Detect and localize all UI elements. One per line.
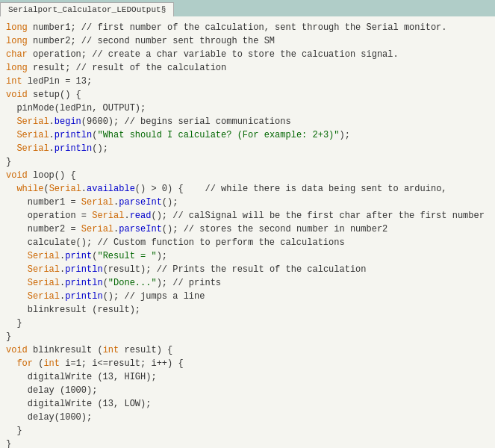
code-token: number1; // first number of the calculat… (28, 22, 447, 33)
code-token: print (65, 251, 92, 261)
code-line: } (6, 424, 489, 438)
code-token: Serial (6, 143, 49, 154)
code-token: ( (103, 278, 108, 288)
code-token: (); (92, 143, 108, 154)
code-line: int ledPin = 13; (6, 75, 489, 88)
code-token: (9600); // begins serial communications (81, 116, 291, 127)
code-line: void blinkresult (int result) { (6, 343, 489, 357)
code-token: loop() { (28, 170, 76, 181)
code-token: digitalWrite (13, HIGH); (6, 372, 157, 382)
tab-label: Serialport_Calculator_LEDOutput§ (8, 5, 166, 14)
code-token: delay (1000); (6, 385, 97, 396)
code-token: parseInt (119, 224, 162, 234)
code-token: } (6, 439, 11, 448)
code-token: ); // prints (157, 278, 221, 288)
code-token: pinMode(ledPin, OUTPUT); (6, 103, 146, 113)
code-line: operation = Serial.read(); // calSignal … (6, 209, 489, 223)
code-line: Serial.println("Done..."); // prints (6, 276, 489, 290)
code-token: (); // calSignal will be the first char … (151, 211, 484, 221)
code-token: println (65, 278, 102, 288)
code-token: ledPin = 13; (22, 76, 93, 87)
code-token: Serial (6, 291, 60, 302)
code-token: . (49, 116, 55, 127)
code-line: digitalWrite (13, HIGH); (6, 370, 489, 384)
code-token (6, 358, 16, 369)
code-line: long number2; // second number sent thro… (6, 34, 489, 48)
code-token: calculate(); // Custom function to perfo… (6, 237, 345, 248)
code-token: long (6, 36, 28, 46)
active-tab[interactable]: Serialport_Calculator_LEDOutput§ (0, 2, 174, 16)
code-token: read (130, 211, 152, 221)
code-line: } (6, 317, 489, 330)
code-line: Serial.println(); // jumps a line (6, 290, 489, 303)
code-token: operation = (6, 211, 92, 221)
code-line: char operation; // create a char variabl… (6, 48, 489, 61)
code-token: number2; // second number sent through t… (28, 36, 275, 46)
code-line: number2 = Serial.parseInt(); // stores t… (6, 223, 489, 236)
code-token: (); (162, 197, 178, 208)
code-token: int (103, 345, 119, 355)
code-token: "Result = " (97, 251, 156, 261)
code-token: operation; // create a char variable to … (28, 49, 399, 60)
code-token: parseInt (119, 197, 162, 208)
code-token: void (6, 345, 28, 355)
code-token: Serial (92, 211, 124, 221)
code-token: () > 0) { // while there is data being s… (135, 184, 447, 194)
code-token (6, 184, 16, 194)
code-token: println (55, 143, 92, 154)
code-token: "Done..." (108, 278, 157, 288)
code-token: (result); // Prints the result of the ca… (103, 264, 367, 275)
code-token: ( (33, 358, 43, 369)
code-area: long number1; // first number of the cal… (0, 16, 495, 448)
code-token: Serial (81, 197, 113, 208)
code-token: } (6, 332, 11, 342)
code-token: char (6, 49, 28, 60)
code-token: Serial (6, 264, 60, 275)
code-line: Serial.println(); (6, 142, 489, 155)
code-token: digitalWrite (13, LOW); (6, 399, 151, 409)
code-token: Serial (81, 224, 113, 234)
code-token: delay(1000); (6, 412, 92, 423)
code-token: available (87, 184, 135, 194)
code-line: long result; // result of the calculatio… (6, 61, 489, 75)
code-token: void (6, 170, 28, 181)
code-token: blinkresult ( (28, 345, 103, 355)
code-token: long (6, 63, 28, 73)
code-token: Serial (6, 116, 49, 127)
code-token: result) { (119, 345, 172, 355)
code-token: println (65, 291, 102, 302)
code-line: delay (1000); (6, 384, 489, 397)
code-token: println (55, 130, 92, 140)
code-token: void (6, 90, 28, 100)
code-line: void setup() { (6, 88, 489, 102)
code-token: } (6, 157, 11, 167)
code-line: digitalWrite (13, LOW); (6, 397, 489, 411)
code-token: long (6, 22, 28, 33)
code-token: } (6, 426, 22, 436)
code-line: pinMode(ledPin, OUTPUT); (6, 102, 489, 115)
code-line: Serial.println("What should I calculate?… (6, 128, 489, 142)
code-token: i=1; i<=result; i++) { (60, 358, 184, 369)
code-line: number1 = Serial.parseInt(); (6, 196, 489, 209)
code-line: while(Serial.available() > 0) { // while… (6, 182, 489, 196)
code-token: int (6, 76, 22, 87)
code-token: Serial (6, 278, 60, 288)
code-token: ); (340, 130, 350, 140)
code-line: for (int i=1; i<=result; i++) { (6, 357, 489, 370)
code-token: . (124, 211, 129, 221)
code-token: } (6, 318, 22, 329)
code-token: setup() { (28, 90, 81, 100)
code-line: blinkresult (result); (6, 303, 489, 317)
code-line: } (6, 155, 489, 169)
code-token: begin (55, 116, 81, 127)
code-token: Serial (6, 130, 49, 140)
code-token: println (65, 264, 102, 275)
code-token: blinkresult (result); (6, 305, 140, 315)
code-line: calculate(); // Custom function to perfo… (6, 236, 489, 249)
code-token: Serial (49, 184, 81, 194)
code-token: ( (43, 184, 49, 194)
code-line: long number1; // first number of the cal… (6, 21, 489, 34)
code-line: } (6, 438, 489, 448)
code-line: Serial.println(result); // Prints the re… (6, 263, 489, 276)
code-token: result; // result of the calculation (28, 63, 226, 73)
